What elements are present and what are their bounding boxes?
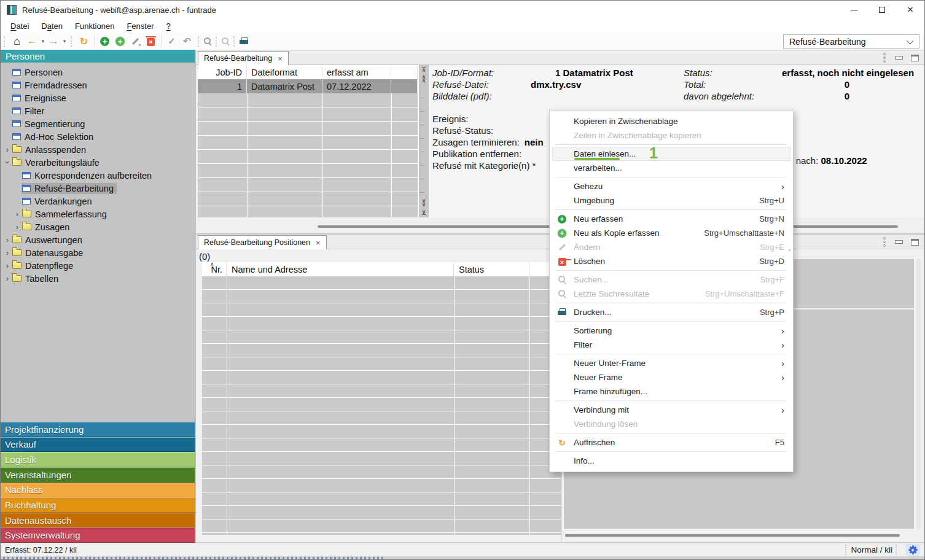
context-menu-item-info[interactable]: Info...: [550, 454, 793, 468]
sidebar-item-verarbeitungsläufe[interactable]: Verarbeitungsläufe: [1, 156, 195, 169]
jobs-table-selected-row[interactable]: 1Datamatrix Post07.12.2022: [198, 79, 418, 93]
module-nachlass[interactable]: Nachlass: [1, 483, 195, 498]
menu-item-fenster[interactable]: Fenster: [120, 20, 160, 32]
column-header-status[interactable]: Status: [454, 262, 529, 276]
expander-collapsed-icon[interactable]: [3, 274, 12, 283]
maximize-button[interactable]: [868, 1, 896, 19]
context-menu-item-neu-als-kopie-erfassen[interactable]: Neu als Kopie erfassenStrg+Umschalttaste…: [550, 226, 793, 240]
context-menu-item-daten-einlesen[interactable]: Daten einlesen...1: [552, 147, 790, 161]
panel-menu-dots-icon[interactable]: [883, 237, 887, 247]
context-menu-item-ändern[interactable]: ÄndernStrg+E: [550, 240, 793, 254]
sidebar-item-filter[interactable]: Filter: [1, 104, 195, 117]
sidebar-item-verdankungen[interactable]: Verdankungen: [1, 195, 195, 208]
sidebar-item-segmentierung[interactable]: Segmentierung: [1, 117, 195, 130]
context-menu-item-neuer-unter-frame[interactable]: Neuer Unter-Frame›: [550, 356, 793, 370]
context-menu-item-verbindung-mit[interactable]: Verbindung mit›: [550, 403, 793, 417]
sidebar-item-personen[interactable]: Personen: [1, 66, 195, 79]
panel-menu-dots-icon[interactable]: [883, 53, 887, 63]
context-menu-item-kopieren-in-zwischenablage[interactable]: Kopieren in Zwischenablage: [550, 114, 793, 128]
context-menu-item-neuer-frame[interactable]: Neuer Frame›: [550, 370, 793, 384]
sidebar-item-fremdadressen[interactable]: Fremdadressen: [1, 79, 195, 91]
context-menu-item-frame-hinzufügen[interactable]: Frame hinzufügen...: [550, 384, 793, 399]
column-header-name-und-adresse[interactable]: Name und Adresse: [227, 262, 454, 276]
panel-maximize-icon[interactable]: [911, 239, 919, 246]
sidebar-item-tabellen[interactable]: Tabellen: [1, 272, 195, 285]
panel-maximize-icon[interactable]: [911, 55, 919, 61]
sidebar-item-auswertungen[interactable]: Auswertungen: [1, 233, 195, 246]
context-menu-item-drucken[interactable]: Drucken...Strg+P: [550, 305, 793, 319]
toolbar-drag-handle[interactable]: [216, 36, 218, 47]
sidebar-header[interactable]: Personen: [1, 50, 195, 63]
home-button[interactable]: [9, 34, 25, 49]
refresh-button[interactable]: [76, 34, 92, 49]
tab-close-icon[interactable]: [316, 238, 321, 247]
tab-close-icon[interactable]: [278, 54, 283, 63]
context-menu-item-umgebung[interactable]: UmgebungStrg+U: [550, 193, 793, 208]
minimize-button[interactable]: [840, 1, 868, 19]
sidebar-item-refusé-bearbeitung[interactable]: Refusé-Bearbeitung: [1, 182, 195, 195]
expander-collapsed-icon[interactable]: [13, 222, 21, 231]
expander-collapsed-icon[interactable]: [3, 145, 12, 154]
close-button[interactable]: [896, 1, 924, 19]
expander-collapsed-icon[interactable]: [13, 209, 21, 219]
sidebar-item-datenpflege[interactable]: Datenpflege: [1, 259, 195, 272]
context-menu-item-zeilen-in-zwischenablage-kopieren[interactable]: Zeilen in Zwischenablage kopieren: [550, 128, 793, 142]
column-header-job-id[interactable]: Job-ID: [198, 65, 247, 79]
context-menu-item-verarbeiten[interactable]: verarbeiten...: [550, 161, 793, 175]
settings-button[interactable]: [905, 544, 920, 556]
forward-dropdown-icon[interactable]: [61, 34, 68, 49]
undo-button[interactable]: [179, 34, 195, 49]
sidebar-item-ad-hoc-selektion[interactable]: Ad-Hoc Selektion: [1, 130, 195, 143]
sidebar-item-ereignisse[interactable]: Ereignisse: [1, 91, 195, 104]
back-dropdown-icon[interactable]: [40, 34, 46, 49]
back-button[interactable]: [25, 34, 40, 49]
edit-button[interactable]: [128, 34, 143, 49]
menu-item-help[interactable]: ?: [160, 20, 176, 32]
context-menu-item-suchen[interactable]: Suchen...Strg+F: [550, 273, 793, 287]
scroll-last-icon[interactable]: [419, 210, 429, 215]
module-buchhaltung[interactable]: Buchhaltung: [1, 497, 195, 513]
tab-refuse-bearbeitung[interactable]: Refusé-Bearbeitung: [198, 51, 289, 65]
frame-selector-combobox[interactable]: Refusé-Bearbeitung: [783, 34, 919, 49]
sidebar-item-korrespondenzen-aufbereiten[interactable]: Korrespondenzen aufbereiten: [1, 169, 195, 182]
toolbar-drag-handle[interactable]: [4, 36, 6, 47]
module-datenaustausch[interactable]: Datenaustausch: [1, 513, 195, 528]
delete-button[interactable]: [143, 34, 158, 49]
search-button[interactable]: [203, 37, 213, 46]
expander-expanded-icon[interactable]: [3, 158, 12, 167]
context-menu-item-verbindung-lösen[interactable]: Verbindung lösen: [550, 417, 793, 431]
module-systemverwaltung[interactable]: Systemverwaltung: [1, 527, 195, 543]
column-header-dateiformat[interactable]: Dateiformat: [247, 65, 322, 79]
scroll-page-up-icon[interactable]: [419, 75, 429, 82]
expander-collapsed-icon[interactable]: [3, 248, 12, 257]
toolbar-drag-handle[interactable]: [198, 36, 200, 47]
sidebar-item-anlassspenden[interactable]: Anlassspenden: [1, 143, 195, 156]
menu-item-daten[interactable]: Daten: [35, 20, 69, 32]
print-button[interactable]: [239, 37, 249, 46]
sidebar-item-datenausgabe[interactable]: Datenausgabe: [1, 246, 195, 259]
expander-collapsed-icon[interactable]: [3, 235, 12, 244]
menu-item-datei[interactable]: Datei: [4, 20, 35, 32]
context-menu-item-auffrischen[interactable]: AuffrischenF5: [550, 435, 793, 449]
module-logistik[interactable]: Logistik: [1, 452, 195, 467]
expander-collapsed-icon[interactable]: [3, 261, 12, 270]
confirm-button[interactable]: [164, 34, 179, 49]
context-menu-item-filter[interactable]: Filter›: [550, 338, 793, 352]
context-menu-item-löschen[interactable]: LöschenStrg+D: [550, 254, 793, 268]
module-veranstaltungen[interactable]: Veranstaltungen: [1, 467, 195, 483]
context-menu-item-sortierung[interactable]: Sortierung›: [550, 324, 793, 338]
column-header-nr[interactable]: Nr.: [202, 262, 227, 276]
context-menu-item-letzte-suchresultate[interactable]: Letzte SuchresultateStrg+Umschalttaste+F: [550, 287, 793, 301]
last-search-results-button[interactable]: [221, 37, 230, 46]
new-button[interactable]: [97, 34, 112, 49]
new-as-copy-button[interactable]: [112, 34, 128, 49]
menu-item-funktionen[interactable]: Funktionen: [69, 20, 120, 32]
sidebar-item-sammelerfassung[interactable]: Sammelerfassung: [1, 208, 195, 220]
sidebar-item-zusagen[interactable]: Zusagen: [1, 220, 195, 233]
panel-minimize-icon[interactable]: [895, 56, 903, 60]
panel-minimize-icon[interactable]: [895, 240, 903, 244]
vertical-scrollbar-track[interactable]: [916, 259, 921, 529]
horizontal-scrollbar-thumb[interactable]: [565, 534, 900, 537]
module-projektfinanzierung[interactable]: Projektfinanzierung: [1, 422, 195, 437]
toolbar-drag-handle[interactable]: [233, 36, 236, 47]
